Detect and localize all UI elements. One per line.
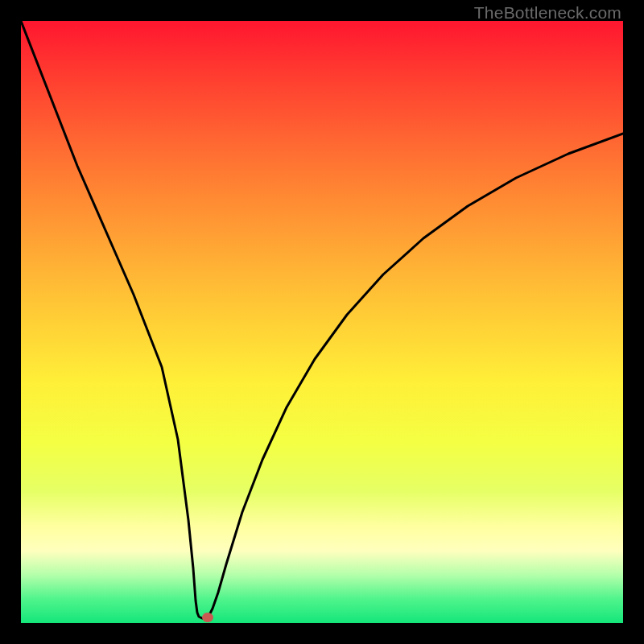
chart-plot-area bbox=[21, 21, 623, 623]
chart-curve bbox=[21, 21, 623, 618]
chart-frame: TheBottleneck.com bbox=[0, 0, 644, 644]
chart-marker-dot bbox=[202, 613, 213, 622]
attribution-text: TheBottleneck.com bbox=[474, 3, 621, 23]
chart-svg bbox=[21, 21, 623, 623]
